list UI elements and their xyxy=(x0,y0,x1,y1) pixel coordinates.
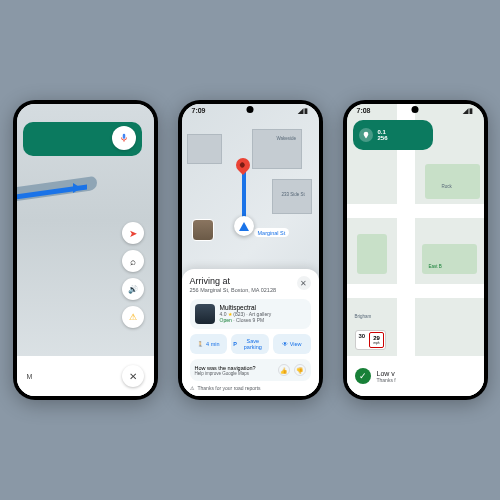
screen-left: ➤ ⌕ 🔊 ⚠ M ✕ xyxy=(17,104,154,396)
banner-title: Low v xyxy=(377,370,396,377)
screen-right: 7:08 ◢ ▮ East B Brigham Rock 0.1 256 30 xyxy=(347,104,484,396)
hud-number: 256 xyxy=(378,135,388,141)
walk-icon: 🚶 xyxy=(197,341,204,347)
pin-icon xyxy=(359,128,373,142)
status-icons: ◢ ▮ xyxy=(463,107,474,115)
place-card[interactable]: Multispectral 4.0 ★ (823) · Art gallery … xyxy=(190,299,311,329)
map-label-sidest: 233 Side St xyxy=(282,192,305,197)
search-button[interactable]: ⌕ xyxy=(122,250,144,272)
close-nav-button[interactable]: ✕ xyxy=(122,365,144,387)
arrival-address: 256 Marginal St, Boston, MA 02128 xyxy=(190,287,277,293)
place-name: Multispectral xyxy=(220,304,272,311)
phone-center: 7:09 ◢ ▮ Wakeside 233 Side St Marginal S… xyxy=(178,100,323,400)
phone-right: 7:08 ◢ ▮ East B Brigham Rock 0.1 256 30 xyxy=(343,100,488,400)
road xyxy=(347,284,484,298)
status-time: 7:08 xyxy=(357,107,371,115)
building xyxy=(187,134,222,164)
current-speed: 30 xyxy=(356,331,369,349)
place-hours: Open · Closes 9 PM xyxy=(220,317,272,323)
route-line xyxy=(242,172,246,222)
navigation-hud[interactable]: 0.1 256 xyxy=(353,120,433,150)
warning-icon: ⚠ xyxy=(190,385,194,391)
thanks-row: ⚠ Thanks for your road reports xyxy=(190,385,311,391)
voice-search-button[interactable] xyxy=(112,126,136,150)
close-sheet-button[interactable]: ✕ xyxy=(297,276,311,290)
screen-center: 7:09 ◢ ▮ Wakeside 233 Side St Marginal S… xyxy=(182,104,319,396)
check-icon: ✓ xyxy=(355,368,371,384)
speed-indicator: 30 29 mph xyxy=(355,330,386,350)
speed-limit: 29 mph xyxy=(369,332,384,348)
place-image xyxy=(195,304,215,324)
save-parking-chip[interactable]: P Save parking xyxy=(231,334,269,354)
action-chips: 🚶 4 min P Save parking 👁 View xyxy=(190,334,311,354)
eta-bar[interactable]: M ✕ xyxy=(17,356,154,396)
road xyxy=(347,204,484,218)
bottom-banner[interactable]: ✓ Low v Thanks f xyxy=(347,356,484,396)
camera-hole xyxy=(247,106,254,113)
camera-hole xyxy=(412,106,419,113)
map-label-brigham: Brigham xyxy=(355,314,372,319)
park-area xyxy=(357,234,387,274)
view-chip[interactable]: 👁 View xyxy=(273,334,311,354)
route-arrow-icon xyxy=(73,183,81,193)
report-button[interactable]: ⚠ xyxy=(122,306,144,328)
arrival-sheet: Arriving at 256 Marginal St, Boston, MA … xyxy=(182,269,319,396)
feedback-subtitle: Help improve Google Maps xyxy=(195,371,256,376)
thumbs-down-button[interactable]: 👎 xyxy=(294,364,306,376)
walk-chip[interactable]: 🚶 4 min xyxy=(190,334,228,354)
feedback-card: How was the navigation? Help improve Goo… xyxy=(190,359,311,381)
status-icons: ◢ ▮ xyxy=(298,107,309,115)
mic-icon xyxy=(119,133,129,143)
thumbs-up-button[interactable]: 👍 xyxy=(278,364,290,376)
current-location-icon xyxy=(234,216,254,236)
arrival-title: Arriving at xyxy=(190,276,277,286)
eta-text: M xyxy=(27,373,33,380)
sound-button[interactable]: 🔊 xyxy=(122,278,144,300)
building xyxy=(252,129,302,169)
compass-button[interactable]: ➤ xyxy=(122,222,144,244)
map-label-rock: Rock xyxy=(442,184,452,189)
parking-icon: P xyxy=(233,341,237,347)
view-icon: 👁 xyxy=(282,341,288,347)
map-controls: ➤ ⌕ 🔊 ⚠ xyxy=(122,222,144,328)
park-area xyxy=(422,244,477,274)
street-label: Marginal St xyxy=(254,228,290,237)
feedback-question: How was the navigation? xyxy=(195,365,256,371)
banner-subtitle: Thanks f xyxy=(377,377,396,383)
streetview-thumb[interactable] xyxy=(192,219,214,241)
status-time: 7:09 xyxy=(192,107,206,115)
map-label-east: East B xyxy=(429,264,442,269)
thanks-text: Thanks for your road reports xyxy=(198,385,261,391)
park-area xyxy=(425,164,480,199)
map-label-wakeside: Wakeside xyxy=(277,136,297,141)
destination-pin-icon[interactable] xyxy=(233,155,253,175)
phone-left: ➤ ⌕ 🔊 ⚠ M ✕ xyxy=(13,100,158,400)
